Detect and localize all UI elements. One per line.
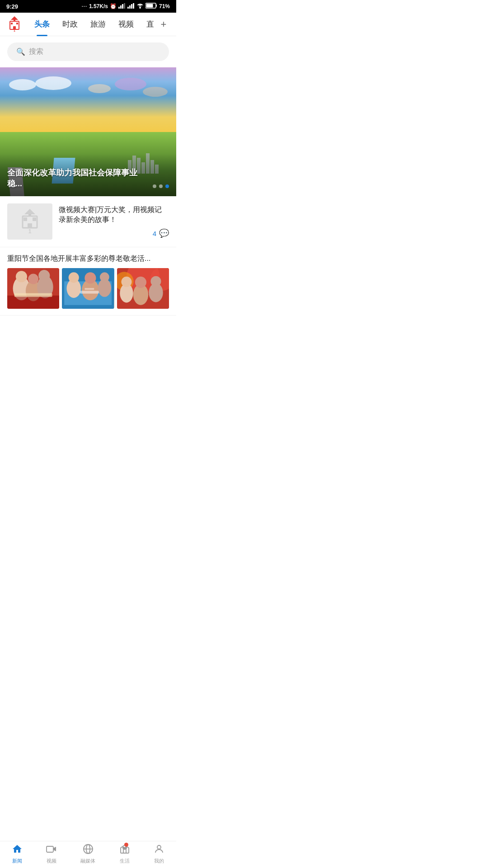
nav-label-life: 生活 <box>120 858 130 864</box>
add-tab-button[interactable]: + <box>155 16 172 33</box>
svg-point-33 <box>38 270 50 282</box>
svg-point-54 <box>150 276 161 287</box>
tab-headlines[interactable]: 头条 <box>28 13 56 36</box>
nav-item-news[interactable]: 新闻 <box>12 844 23 864</box>
nav-item-video[interactable]: 视频 <box>46 844 57 864</box>
alarm-icon: ⏰ <box>110 3 117 9</box>
news-content-1: 微视频大赛|万元大奖，用视频记录新余美的故事！ 4 💬 <box>59 205 169 239</box>
news-images-2 <box>7 268 169 309</box>
dot-3 <box>165 184 169 188</box>
tab-politics[interactable]: 时政 <box>56 13 84 36</box>
nav-label-news: 新闻 <box>12 858 22 864</box>
svg-rect-44 <box>85 288 94 290</box>
nav-item-life[interactable]: 生活 <box>119 844 130 864</box>
comment-icon-1: 💬 <box>159 228 169 238</box>
svg-rect-2 <box>122 4 123 9</box>
globe-icon <box>83 844 94 856</box>
news-item-2[interactable]: 重阳节全国各地开展丰富多彩的尊老敬老活... <box>0 247 176 316</box>
svg-point-53 <box>135 277 146 288</box>
search-icon: 🔍 <box>16 47 25 56</box>
search-placeholder-text: 搜索 <box>29 47 43 57</box>
news-image-2-1 <box>7 268 59 309</box>
svg-rect-5 <box>129 5 131 9</box>
svg-rect-34 <box>14 293 52 297</box>
svg-rect-22 <box>28 223 32 228</box>
svg-point-31 <box>16 271 27 283</box>
battery-icon <box>145 3 157 10</box>
signal-bars-2 <box>127 3 135 10</box>
svg-rect-55 <box>47 846 53 852</box>
nav-tabs: 头条 时政 旅游 视频 直播 <box>28 13 154 36</box>
svg-text:1: 1 <box>28 228 32 235</box>
tab-travel[interactable]: 旅游 <box>84 13 112 36</box>
home-icon <box>12 844 23 856</box>
header: 1 头条 时政 旅游 视频 直播 + <box>0 13 176 36</box>
main-content: 🔍 搜索 <box>0 36 176 347</box>
nav-label-video: 视频 <box>47 858 56 864</box>
life-badge <box>124 843 128 847</box>
tab-video[interactable]: 视频 <box>112 13 140 36</box>
svg-rect-9 <box>156 5 157 7</box>
person-icon <box>154 844 164 856</box>
news-title-2: 重阳节全国各地开展丰富多彩的尊老敬老活... <box>7 254 169 264</box>
battery-percent: 71% <box>159 3 170 9</box>
svg-rect-16 <box>11 23 13 24</box>
dot-2 <box>159 184 163 188</box>
svg-rect-24 <box>33 217 36 221</box>
svg-point-40 <box>69 273 79 283</box>
svg-point-52 <box>121 277 131 287</box>
app-logo[interactable]: 1 <box>5 14 24 34</box>
svg-rect-10 <box>146 4 153 8</box>
news-title-1: 微视频大赛|万元大奖，用视频记录新余美的故事！ <box>59 205 169 225</box>
signal-dots: ··· <box>82 4 87 9</box>
svg-point-41 <box>85 273 96 284</box>
dot-1 <box>153 184 156 188</box>
svg-rect-3 <box>124 3 125 9</box>
wifi-icon <box>136 3 144 10</box>
banner[interactable]: 全面深化改革助力我国社会保障事业稳... <box>0 67 176 196</box>
banner-clouds <box>0 74 176 125</box>
nav-label-profile: 我的 <box>154 858 164 864</box>
network-speed: 1.57K/s <box>89 3 108 9</box>
news-thumbnail-1: 1 <box>7 203 52 240</box>
banner-title: 全面深化改革助力我国社会保障事业稳... <box>7 167 148 189</box>
svg-point-60 <box>157 845 161 849</box>
svg-marker-19 <box>24 209 35 214</box>
svg-rect-43 <box>80 291 99 294</box>
svg-rect-1 <box>120 5 122 9</box>
status-bar: 9:29 ··· 1.57K/s ⏰ 71% <box>0 0 176 13</box>
nav-label-media: 融媒体 <box>80 858 95 864</box>
camera-icon <box>46 844 57 856</box>
status-time: 9:29 <box>6 3 18 10</box>
banner-caption: 全面深化改革助力我国社会保障事业稳... <box>0 154 176 196</box>
news-image-2-3 <box>117 268 169 309</box>
banner-dots <box>153 184 169 188</box>
signal-bars-1 <box>118 3 126 10</box>
news-item-1[interactable]: 1 微视频大赛|万元大奖，用视频记录新余美的故事！ 4 💬 <box>0 196 176 247</box>
svg-text:1: 1 <box>14 29 15 32</box>
svg-point-32 <box>28 274 38 284</box>
svg-marker-56 <box>53 847 56 851</box>
status-right: ··· 1.57K/s ⏰ 71% <box>82 3 170 10</box>
svg-rect-17 <box>16 23 18 24</box>
svg-rect-4 <box>127 7 129 9</box>
bottom-nav: 新闻 视频 融媒体 生活 我的 <box>0 841 176 868</box>
news-meta-1: 4 💬 <box>59 228 169 238</box>
nav-item-media[interactable]: 融媒体 <box>80 844 95 864</box>
svg-point-42 <box>100 273 109 282</box>
nav-item-profile[interactable]: 我的 <box>154 844 164 864</box>
comment-count-1: 4 <box>153 230 156 237</box>
search-bar[interactable]: 🔍 搜索 <box>7 42 169 61</box>
svg-rect-23 <box>23 217 27 221</box>
svg-rect-0 <box>118 7 120 9</box>
svg-rect-30 <box>7 296 59 309</box>
svg-rect-7 <box>133 3 134 9</box>
search-container: 🔍 搜索 <box>0 36 176 67</box>
svg-rect-6 <box>131 4 132 9</box>
tab-live[interactable]: 直播 <box>140 13 154 36</box>
news-image-2-2 <box>62 268 114 309</box>
